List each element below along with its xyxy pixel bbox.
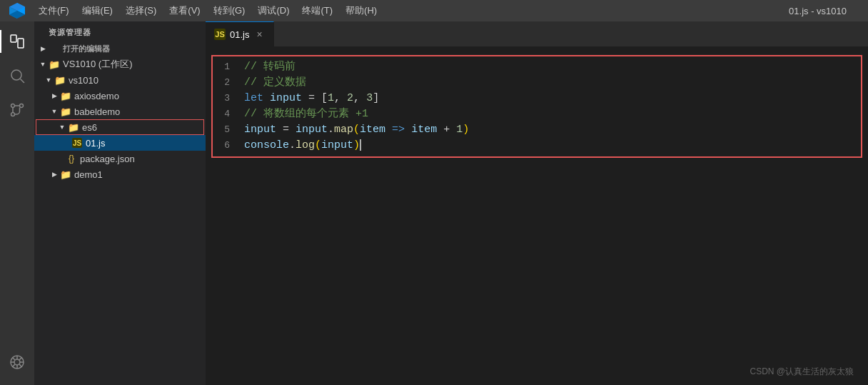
token: input bbox=[296, 124, 328, 136]
line-content: // 定义数据 bbox=[241, 75, 861, 91]
line-content: // 将数组的每个元素 +1 bbox=[241, 106, 861, 122]
token: input bbox=[244, 124, 276, 136]
svg-line-18 bbox=[19, 364, 21, 366]
line-number: 6 bbox=[213, 138, 241, 154]
code-editor[interactable]: 1// 转码前2// 定义数据3let input = [1, 2, 3]4//… bbox=[206, 46, 868, 385]
tree-label: babeldemo bbox=[74, 106, 200, 117]
token: , bbox=[334, 92, 347, 104]
line-content: console.log(input) bbox=[241, 138, 861, 154]
token: item bbox=[411, 124, 437, 136]
tree-item-vs1010-workspace[interactable]: ▼📁VS1010 (工作区) bbox=[34, 56, 206, 72]
tree-icon: {} bbox=[66, 153, 77, 164]
token: ( bbox=[353, 124, 360, 136]
file-tree: ▶打开的编辑器▼📁VS1010 (工作区)▼📁vs1010▶📁axiosdemo… bbox=[34, 41, 206, 385]
token: = bbox=[308, 92, 315, 104]
tree-icon: 📁 bbox=[60, 169, 71, 180]
line-content: // 转码前 bbox=[241, 59, 861, 75]
code-line-1: 1// 转码前 bbox=[213, 59, 861, 75]
titlebar: 文件(F)编辑(E)选择(S)查看(V)转到(G)调试(D)终端(T)帮助(H)… bbox=[0, 0, 868, 21]
svg-line-17 bbox=[13, 358, 15, 360]
tab-bar: JS 01.js × bbox=[206, 21, 868, 46]
menu-item[interactable]: 编辑(E) bbox=[76, 3, 118, 19]
token: log bbox=[296, 139, 315, 151]
menu-item[interactable]: 终端(T) bbox=[296, 3, 338, 19]
token: . bbox=[328, 124, 334, 136]
line-number: 1 bbox=[213, 59, 241, 75]
tree-label: demo1 bbox=[74, 169, 200, 180]
tree-icon: 📁 bbox=[54, 74, 66, 86]
tree-item-packagejson[interactable]: {}package.json bbox=[34, 151, 206, 166]
tree-label: 01.js bbox=[86, 138, 200, 149]
app-logo bbox=[7, 1, 27, 21]
tree-item-es6[interactable]: ▼📁es6 bbox=[36, 119, 204, 135]
tree-icon bbox=[49, 43, 60, 54]
menu-item[interactable]: 帮助(H) bbox=[340, 3, 383, 19]
token: 1 bbox=[456, 124, 463, 136]
token: ( bbox=[315, 139, 321, 151]
code-line-6: 6console.log(input) bbox=[213, 138, 861, 154]
tree-icon: 📁 bbox=[49, 59, 60, 70]
activity-git[interactable] bbox=[0, 93, 34, 127]
token: input bbox=[321, 139, 353, 151]
token: 2 bbox=[347, 92, 353, 104]
tree-label: vs1010 bbox=[69, 75, 200, 86]
tab-close-button[interactable]: × bbox=[253, 29, 265, 40]
token: [ bbox=[315, 92, 328, 104]
code-line-5: 5input = input.map(item => item + 1) bbox=[213, 122, 861, 138]
tree-arrow: ▼ bbox=[37, 59, 49, 70]
svg-point-10 bbox=[11, 113, 15, 116]
tree-label: es6 bbox=[82, 122, 198, 133]
activity-bottom bbox=[0, 345, 34, 379]
token: // 转码前 bbox=[244, 61, 296, 73]
svg-line-20 bbox=[13, 364, 15, 366]
token: input bbox=[263, 92, 308, 104]
editor-area: JS 01.js × 1// 转码前2// 定义数据3let input = [… bbox=[206, 21, 868, 385]
code-content: 1// 转码前2// 定义数据3let input = [1, 2, 3]4//… bbox=[206, 46, 868, 385]
activity-search[interactable] bbox=[0, 59, 34, 93]
menu-item[interactable]: 文件(F) bbox=[33, 3, 75, 19]
line-number: 2 bbox=[213, 75, 241, 91]
tree-item-babeldemo[interactable]: ▼📁babeldemo bbox=[34, 104, 206, 119]
svg-point-6 bbox=[11, 70, 21, 80]
text-cursor bbox=[360, 139, 361, 151]
tab-01js[interactable]: JS 01.js × bbox=[206, 21, 274, 46]
tree-label: package.json bbox=[80, 154, 200, 164]
token: ] bbox=[373, 92, 379, 104]
tree-arrow: ▼ bbox=[56, 121, 68, 133]
tree-label: VS1010 (工作区) bbox=[63, 58, 200, 71]
tree-item-01js[interactable]: JS01.js bbox=[34, 135, 206, 151]
line-number: 5 bbox=[213, 122, 241, 138]
svg-point-9 bbox=[20, 104, 24, 108]
token: , bbox=[353, 92, 366, 104]
token: = bbox=[276, 124, 296, 136]
svg-rect-4 bbox=[11, 35, 16, 42]
token: + bbox=[437, 124, 456, 136]
line-content: let input = [1, 2, 3] bbox=[241, 91, 861, 106]
menu-bar: 文件(F)编辑(E)选择(S)查看(V)转到(G)调试(D)终端(T)帮助(H) bbox=[33, 3, 789, 19]
menu-item[interactable]: 转到(G) bbox=[208, 3, 251, 19]
line-content: input = input.map(item => item + 1) bbox=[241, 122, 861, 138]
tree-item-demo1[interactable]: ▶📁demo1 bbox=[34, 166, 206, 182]
activity-bar bbox=[0, 21, 34, 385]
sidebar-title: 资源管理器 bbox=[34, 21, 206, 41]
token: // 将数组的每个元素 +1 bbox=[244, 108, 368, 120]
token: // 定义数据 bbox=[244, 76, 306, 89]
tree-icon: 📁 bbox=[60, 90, 71, 101]
menu-item[interactable]: 查看(V) bbox=[163, 3, 206, 19]
activity-explorer[interactable] bbox=[0, 24, 34, 59]
tree-label: axiosdemo bbox=[74, 91, 200, 101]
code-line-4: 4// 将数组的每个元素 +1 bbox=[213, 106, 861, 122]
activity-extensions[interactable] bbox=[0, 345, 34, 379]
token: console bbox=[244, 139, 289, 151]
tree-item-open-editors[interactable]: ▶打开的编辑器 bbox=[34, 41, 206, 56]
window-title: 01.js - vs1010 bbox=[789, 6, 847, 16]
menu-item[interactable]: 调试(D) bbox=[252, 3, 295, 19]
tree-item-axiosdemo[interactable]: ▶📁axiosdemo bbox=[34, 88, 206, 104]
line-number: 4 bbox=[213, 106, 241, 122]
tree-item-vs1010[interactable]: ▼📁vs1010 bbox=[34, 72, 206, 88]
token: => bbox=[385, 124, 411, 136]
tab-label: 01.js bbox=[230, 29, 249, 40]
token: item bbox=[360, 124, 385, 136]
menu-item[interactable]: 选择(S) bbox=[120, 3, 162, 19]
token: map bbox=[334, 124, 353, 136]
